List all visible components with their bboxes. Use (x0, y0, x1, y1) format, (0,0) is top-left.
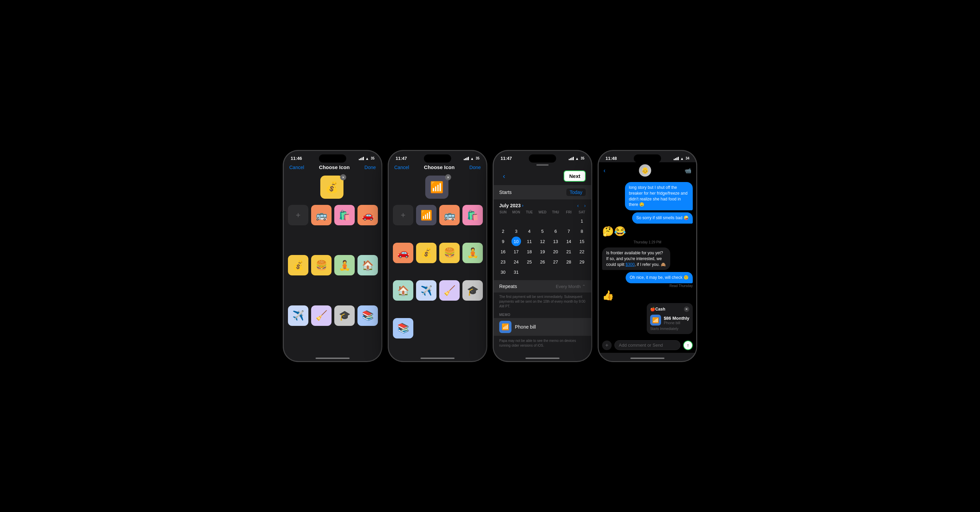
messages-body-4: long story but I shut off the breaker fo… (599, 179, 696, 338)
done-btn-1[interactable]: Done (364, 165, 376, 170)
icon-grid-item-2-4[interactable]: 🚗 (393, 243, 413, 263)
home-bar-line-1 (315, 357, 350, 359)
cash-card-1: 🍎Cash ✕ 📶 $86 Monthly Phone bill Starts … (647, 303, 693, 334)
facetime-btn-4[interactable]: 📹 (684, 167, 691, 174)
memo-privacy-3: Papa may not be able to see the memo on … (494, 337, 591, 349)
add-icon-btn-2[interactable]: + (393, 205, 413, 225)
cal-week-3: 9 10 11 12 13 14 15 (496, 236, 589, 246)
icon-grid-item-8[interactable]: ✈️ (288, 305, 309, 326)
wifi-icon-3: ▲ (575, 156, 579, 161)
icon-grid-item-2-1[interactable]: 📶 (416, 205, 436, 225)
icon-grid-item-1[interactable]: 🚌 (311, 205, 332, 225)
memo-field-3[interactable]: 📶 Phone bill (494, 318, 591, 336)
home-bar-1 (284, 353, 381, 361)
battery-1: 35 (371, 156, 374, 160)
link-300[interactable]: $300 (625, 262, 635, 267)
signal-bars-3 (569, 157, 574, 160)
starts-label-3: Starts (499, 190, 512, 195)
status-bar-1: 11:46 ▲ 35 (284, 151, 381, 162)
time-4: 11:48 (606, 156, 617, 161)
phone-1: 11:46 ▲ 35 Cancel Choose Icon Done 💰 (283, 150, 382, 362)
selected-icon-emoji-2: 📶 (430, 181, 444, 194)
icon-grid-item-4[interactable]: 💰 (288, 255, 309, 276)
today-day[interactable]: 10 (511, 236, 521, 246)
msg-3: Is frontier available for you yet? If so… (602, 247, 670, 270)
starts-row-3: Starts Today (494, 185, 591, 199)
icon-grid-item-9[interactable]: 🧹 (311, 305, 332, 326)
icon-grid-item-2-2[interactable]: 🚌 (439, 205, 460, 225)
msg-emoji-1: 🤔😂 (602, 226, 626, 237)
cash-starts: Starts Immediately (650, 327, 689, 331)
icon-grid-item-10[interactable]: 🎓 (334, 305, 355, 326)
back-nav-btn-3[interactable]: ‹ (499, 171, 509, 181)
messages-input-row-4: + Add comment or Send ↑ (599, 338, 696, 353)
icon-grid-item-2[interactable]: 🛍️ (334, 205, 355, 225)
icon-grid-item-2-8[interactable]: 🏠 (393, 280, 413, 301)
icon-grid-item-3[interactable]: 🚗 (358, 205, 378, 225)
msg-send-btn[interactable]: ↑ (683, 341, 693, 350)
icon-grid-item-2-3[interactable]: 🛍️ (462, 205, 483, 225)
icon-grid-item-2-6[interactable]: 🍔 (439, 243, 460, 263)
month-chevron-3: › (522, 203, 523, 208)
cancel-btn-2[interactable]: Cancel (394, 165, 409, 170)
next-btn-3[interactable]: Next (563, 171, 586, 182)
selected-icon-area-2: 📶 ✕ (389, 174, 486, 205)
back-btn-4[interactable]: ‹ (603, 167, 606, 174)
screen-1: Cancel Choose Icon Done 💰 ✕ + 🚌 🛍️ 🚗 💰 🍔 (284, 162, 381, 353)
prev-month-3[interactable]: ‹ (577, 203, 579, 208)
time-3: 11:47 (501, 156, 512, 161)
home-bar-3 (494, 353, 591, 361)
repeats-value-3: Every Month ⌃ (556, 284, 586, 289)
today-btn-3[interactable]: Today (566, 188, 586, 196)
cal-week-4: 16 17 18 19 20 21 22 (496, 247, 589, 256)
cancel-btn-1[interactable]: Cancel (289, 165, 304, 170)
cash-details: $86 Monthly Phone bill (664, 316, 689, 325)
time-2: 11:47 (396, 156, 407, 161)
status-bar-4: 11:48 ▲ 34 (599, 151, 696, 162)
repeats-row-3: Repeats Every Month ⌃ (494, 280, 591, 292)
msg-input-field[interactable]: Add comment or Send (614, 340, 681, 350)
selected-icon-emoji-1: 💰 (325, 181, 339, 194)
payment-note-3: The first payment will be sent immediate… (494, 292, 591, 311)
icon-grid-item-6[interactable]: 🧘 (334, 255, 355, 276)
selected-icon-wrapper-2: 📶 ✕ (425, 175, 450, 200)
memo-label-3: MEMO (494, 311, 591, 318)
done-btn-2[interactable]: Done (469, 165, 481, 170)
cash-amount: $86 Monthly (664, 316, 689, 321)
icon-grid-item-2-7[interactable]: 🧘 (462, 243, 483, 263)
icon-grid-item-2-12[interactable]: 📚 (393, 318, 413, 338)
avatar-4[interactable]: 👴 (639, 164, 651, 177)
remove-selected-btn-2[interactable]: ✕ (445, 174, 451, 180)
cash-desc: Phone bill (664, 321, 689, 325)
signal-bars-2 (464, 157, 469, 160)
add-icon-btn-1[interactable]: + (288, 205, 309, 225)
choose-icon-title-1: Choose Icon (319, 164, 350, 170)
status-icons-4: ▲ 34 (674, 156, 689, 161)
next-month-3[interactable]: › (584, 203, 586, 208)
month-title-3: July 2023 › (499, 203, 523, 208)
status-icons-3: ▲ 35 (569, 156, 584, 161)
cal-day-1[interactable]: 1 (577, 216, 587, 226)
home-bar-line-2 (420, 357, 455, 359)
icon-grid-item-5[interactable]: 🍔 (311, 255, 332, 276)
icon-grid-item-2-9[interactable]: ✈️ (416, 280, 436, 301)
msg-emoji-2: 👍 (602, 290, 614, 301)
icon-grid-item-2-10[interactable]: 🧹 (439, 280, 460, 301)
cash-close-btn[interactable]: ✕ (684, 306, 689, 312)
icon-grid-item-2-5[interactable]: 💰 (416, 243, 436, 263)
home-bar-line-4 (630, 357, 665, 359)
phone-3: 11:47 ▲ 35 ‹ Next Starts Today (493, 150, 592, 362)
wifi-icon-4: ▲ (680, 156, 684, 161)
icon-grid-item-7[interactable]: 🏠 (358, 255, 378, 276)
icon-grid-item-2-11[interactable]: 🎓 (462, 280, 483, 301)
remove-selected-btn-1[interactable]: ✕ (340, 174, 346, 180)
cal-days-header-3: SUN MON TUE WED THU FRI SAT (496, 210, 589, 215)
msg-plus-btn[interactable]: + (602, 341, 612, 350)
status-icons-1: ▲ 35 (359, 156, 374, 161)
repeats-label-3: Repeats (499, 284, 517, 289)
screen-4: ‹ 👴 📹 long story but I shut off the brea… (599, 162, 696, 353)
icon-grid-item-11[interactable]: 📚 (358, 305, 378, 326)
battery-3: 35 (581, 156, 584, 160)
msg-2: So sorry if still smells bad 🤪 (632, 212, 693, 223)
month-nav-3: July 2023 › ‹ › (494, 200, 591, 210)
